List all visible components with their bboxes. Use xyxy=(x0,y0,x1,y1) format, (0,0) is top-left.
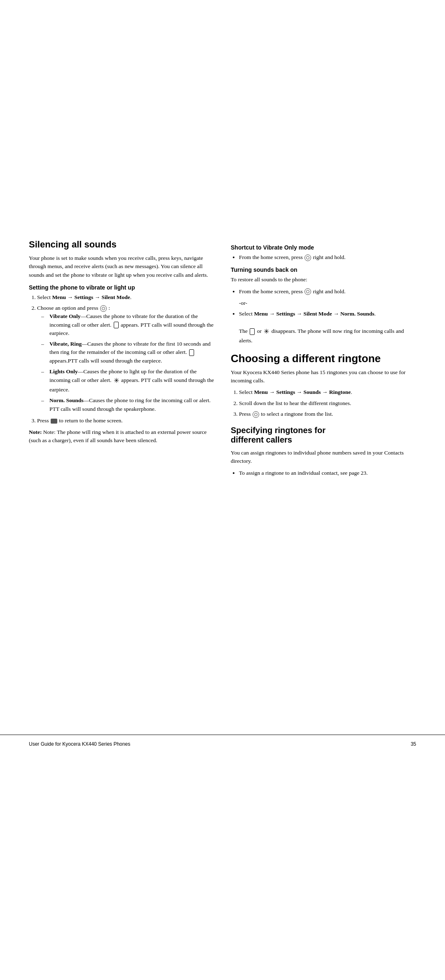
shortcut-list: From the home screen, press right and ho… xyxy=(239,253,416,261)
choosing-intro: Your Kyocera KX440 Series phone has 15 r… xyxy=(231,368,416,385)
turning-or: -or- xyxy=(239,299,416,307)
bottom-blank-area xyxy=(0,753,445,980)
left-column: Silencing all sounds Your phone is set t… xyxy=(29,239,214,722)
turning-title: Turning sounds back on xyxy=(231,266,416,273)
turning-list2: Select Menu → Settings → Silent Mode → N… xyxy=(239,310,416,345)
option-norm-sounds: Norm. Sounds—Causes the phone to ring fo… xyxy=(41,396,214,413)
option-lights-only: Lights Only—Causes the phone to light up… xyxy=(41,368,214,394)
vibrate-icon2 xyxy=(250,328,255,335)
choosing-steps: Select Menu → Settings → Sounds → Ringto… xyxy=(239,388,416,418)
footer-page-number: 35 xyxy=(411,741,416,747)
silencing-title: Silencing all sounds xyxy=(29,239,214,250)
right-column: Shortcut to Vibrate Only mode From the h… xyxy=(231,239,416,722)
lights-icon: ✳ xyxy=(114,376,119,386)
turning-intro: To restore all sounds to the phone: xyxy=(231,276,416,284)
turning-bullet1: From the home screen, press right and ho… xyxy=(239,287,416,296)
option-vibrate-ring: Vibrate, Ring—Causes the phone to vibrat… xyxy=(41,340,214,365)
end-icon xyxy=(51,419,57,424)
step-3: Press to return to the home screen. xyxy=(37,417,214,425)
choosing-title: Choosing a different ringtone xyxy=(231,352,416,365)
step-2: Choose an option and press : Vibrate Onl… xyxy=(37,304,214,413)
footer-left: User Guide for Kyocera KX440 Series Phon… xyxy=(29,741,130,747)
turning-bullet2: Select Menu → Settings → Silent Mode → N… xyxy=(239,310,416,345)
ok-icon-choosing xyxy=(253,411,259,418)
top-blank-area xyxy=(0,0,445,239)
shortcut-bullet: From the home screen, press right and ho… xyxy=(239,253,416,261)
note: Note: Note: The phone will ring when it … xyxy=(29,428,214,445)
option-vibrate-only: Vibrate Only—Causes the phone to vibrate… xyxy=(41,312,214,337)
nav-icon-turning xyxy=(304,288,311,295)
specifying-list: To assign a ringtone to an individual co… xyxy=(239,469,416,477)
content-area: Silencing all sounds Your phone is set t… xyxy=(0,239,445,722)
vibrate-setup-title: Setting the phone to vibrate or light up xyxy=(29,284,214,291)
vibrate-icon xyxy=(114,322,119,328)
ok-icon xyxy=(100,305,107,312)
vibrate-ring-icon xyxy=(189,349,194,356)
step-1: Select Menu → Settings → Silent Mode. xyxy=(37,293,214,302)
specifying-intro: You can assign ringtones to individual p… xyxy=(231,449,416,466)
footer: User Guide for Kyocera KX440 Series Phon… xyxy=(0,735,445,753)
turning-list: From the home screen, press right and ho… xyxy=(239,287,416,296)
nav-icon-shortcut xyxy=(304,254,311,261)
shortcut-title: Shortcut to Vibrate Only mode xyxy=(231,244,416,251)
choosing-step3: Press to select a ringtone from the list… xyxy=(239,410,416,418)
options-list: Vibrate Only—Causes the phone to vibrate… xyxy=(41,312,214,413)
specifying-bullet: To assign a ringtone to an individual co… xyxy=(239,469,416,477)
vibrate-icon3: ✳ xyxy=(264,327,269,337)
silencing-intro: Your phone is set to make sounds when yo… xyxy=(29,254,214,279)
specifying-title: Specifying ringtones fordifferent caller… xyxy=(231,426,416,445)
vibrate-steps: Select Menu → Settings → Silent Mode. Ch… xyxy=(37,293,214,425)
choosing-step2: Scroll down the list to hear the differe… xyxy=(239,399,416,408)
page: Silencing all sounds Your phone is set t… xyxy=(0,0,445,980)
choosing-step1: Select Menu → Settings → Sounds → Ringto… xyxy=(239,388,416,396)
